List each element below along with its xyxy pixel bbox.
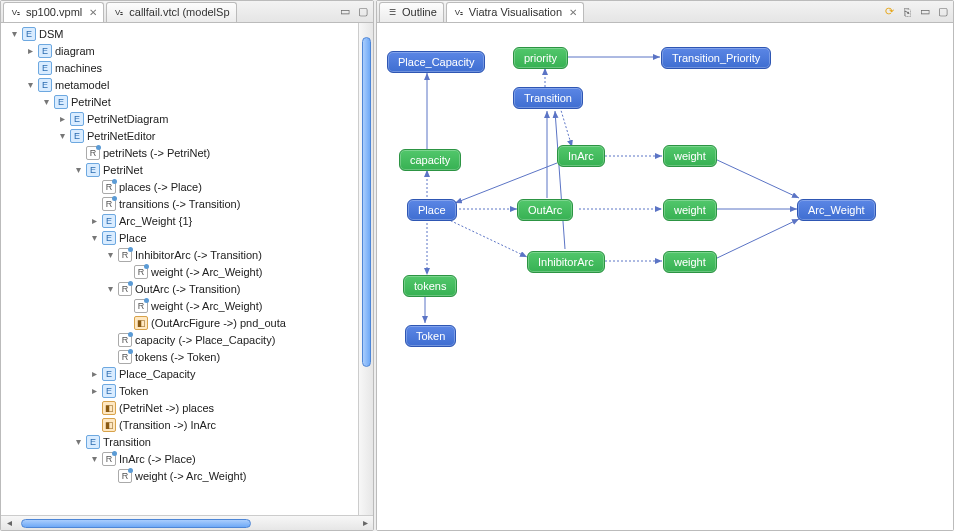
- tab-outline[interactable]: ☰ Outline: [379, 2, 444, 22]
- minimize-button[interactable]: ▭: [917, 4, 933, 20]
- tree-node-places-ref[interactable]: ▸ R places (-> Place): [89, 178, 373, 195]
- tree-node-place[interactable]: ▾ E Place: [89, 229, 373, 246]
- collapse-icon[interactable]: ▾: [73, 437, 83, 447]
- graph-node-arc-weight[interactable]: Arc_Weight: [797, 199, 876, 221]
- entity-icon: E: [70, 129, 84, 143]
- reference-icon: R: [134, 265, 148, 279]
- graph-node-inarc[interactable]: InArc: [557, 145, 605, 167]
- graph-node-priority[interactable]: priority: [513, 47, 568, 69]
- graph-node-weight-inarc[interactable]: weight: [663, 145, 717, 167]
- tree-node-transition[interactable]: ▾ E Transition: [73, 433, 373, 450]
- tree-node-petrinetdiagram[interactable]: ▸ E PetriNetDiagram: [57, 110, 373, 127]
- expand-icon[interactable]: ▸: [89, 369, 99, 379]
- collapse-icon[interactable]: ▾: [41, 97, 51, 107]
- scrollbar-thumb[interactable]: [362, 37, 371, 367]
- tree-node-dsm[interactable]: ▾ E DSM: [9, 25, 373, 42]
- tree-node-diagram[interactable]: ▸ E diagram: [25, 42, 373, 59]
- tree-node-petrinet[interactable]: ▾ E PetriNet: [73, 161, 373, 178]
- expand-icon[interactable]: ▸: [57, 114, 67, 124]
- reference-icon: R: [102, 180, 116, 194]
- tab-callfail-vtcl[interactable]: V₂ callfail.vtcl (modelSp: [106, 2, 236, 22]
- tree-node-transition-inarc[interactable]: ▸ ◧ (Transition ->) InArc: [89, 416, 373, 433]
- visualisation-panel: ☰ Outline V₂ Viatra Visualisation ✕ ⟳ ⎘ …: [376, 0, 954, 531]
- close-icon[interactable]: ✕: [89, 7, 97, 18]
- collapse-icon[interactable]: ▾: [105, 250, 115, 260]
- tree-node-arc-weight[interactable]: ▸ E Arc_Weight {1}: [89, 212, 373, 229]
- graph-node-outarc[interactable]: OutArc: [517, 199, 573, 221]
- tree-node-token[interactable]: ▸ E Token: [89, 382, 373, 399]
- graph-node-place[interactable]: Place: [407, 199, 457, 221]
- reference-icon: R: [118, 469, 132, 483]
- entity-icon: E: [102, 231, 116, 245]
- collapse-icon[interactable]: ▾: [25, 80, 35, 90]
- graph-node-transition-priority[interactable]: Transition_Priority: [661, 47, 771, 69]
- reference-icon: R: [118, 282, 132, 296]
- collapse-icon[interactable]: ▾: [9, 29, 19, 39]
- tab-label: Outline: [402, 6, 437, 18]
- tree-node-petrinet-top[interactable]: ▾ E PetriNet: [41, 93, 373, 110]
- collapse-icon[interactable]: ▾: [105, 284, 115, 294]
- entity-icon: E: [102, 384, 116, 398]
- tab-viatra-visualisation[interactable]: V₂ Viatra Visualisation ✕: [446, 2, 584, 22]
- tab-sp100-vpml[interactable]: V₂ sp100.vpml ✕: [3, 2, 104, 22]
- svg-line-15: [555, 111, 565, 249]
- reference-icon: R: [86, 146, 100, 160]
- scrollbar-thumb[interactable]: [21, 519, 251, 528]
- tree-node-outarc[interactable]: ▾ R OutArc (-> Transition): [105, 280, 373, 297]
- tree-node-inhibitorarc[interactable]: ▾ R InhibitorArc (-> Transition): [105, 246, 373, 263]
- graph-canvas[interactable]: Place_Capacity priority Transition_Prior…: [377, 23, 953, 530]
- tree-node-outarcfigure[interactable]: ▸ ◧ (OutArcFigure ->) pnd_outa: [121, 314, 373, 331]
- tree-node-inh-weight[interactable]: ▸ R weight (-> Arc_Weight): [121, 263, 373, 280]
- tree-node-petrinet-places[interactable]: ▸ ◧ (PetriNet ->) places: [89, 399, 373, 416]
- tree-node-transitions-ref[interactable]: ▸ R transitions (-> Transition): [89, 195, 373, 212]
- expand-icon[interactable]: ▸: [89, 216, 99, 226]
- reference-icon: R: [102, 452, 116, 466]
- scroll-left-icon[interactable]: ◂: [3, 517, 15, 528]
- editor-panel: V₂ sp100.vpml ✕ V₂ callfail.vtcl (modelS…: [0, 0, 374, 531]
- reference-icon: R: [134, 299, 148, 313]
- close-icon[interactable]: ✕: [569, 7, 577, 18]
- graph-node-inhibitorarc[interactable]: InhibitorArc: [527, 251, 605, 273]
- entity-icon: E: [54, 95, 68, 109]
- tree-node-petrinets-ref[interactable]: ▸ R petriNets (-> PetriNet): [73, 144, 373, 161]
- graph-node-tokens[interactable]: tokens: [403, 275, 457, 297]
- expand-icon[interactable]: ▸: [89, 386, 99, 396]
- collapse-icon[interactable]: ▾: [89, 233, 99, 243]
- collapse-icon[interactable]: ▾: [73, 165, 83, 175]
- tree-node-machines[interactable]: ▸ E machines: [25, 59, 373, 76]
- maximize-button[interactable]: ▢: [355, 4, 371, 20]
- vertical-scrollbar[interactable]: [358, 23, 373, 515]
- collapse-icon[interactable]: ▾: [57, 131, 67, 141]
- view-tab-bar: ☰ Outline V₂ Viatra Visualisation ✕ ⟳ ⎘ …: [377, 1, 953, 23]
- file-icon: V₂: [10, 6, 22, 18]
- graph-node-weight-inhibitor[interactable]: weight: [663, 251, 717, 273]
- tree-node-inarc[interactable]: ▾ R InArc (-> Place): [89, 450, 373, 467]
- refresh-button[interactable]: ⟳: [881, 4, 897, 20]
- outline-icon: ☰: [386, 6, 398, 18]
- expand-icon[interactable]: ▸: [25, 46, 35, 56]
- scroll-right-icon[interactable]: ▸: [359, 517, 371, 528]
- horizontal-scrollbar[interactable]: ◂ ▸: [1, 515, 373, 530]
- tree-node-metamodel[interactable]: ▾ E metamodel: [25, 76, 373, 93]
- maximize-button[interactable]: ▢: [935, 4, 951, 20]
- graph-node-token[interactable]: Token: [405, 325, 456, 347]
- tree-node-tokens[interactable]: ▸ R tokens (-> Token): [105, 348, 373, 365]
- tree-node-petrineteditor[interactable]: ▾ E PetriNetEditor: [57, 127, 373, 144]
- export-button[interactable]: ⎘: [899, 4, 915, 20]
- entity-icon: E: [86, 435, 100, 449]
- svg-line-14: [447, 219, 527, 257]
- graph-node-place-capacity[interactable]: Place_Capacity: [387, 51, 485, 73]
- tree-node-inarc-weight[interactable]: ▸ R weight (-> Arc_Weight): [105, 467, 373, 484]
- tree-node-out-weight[interactable]: ▸ R weight (-> Arc_Weight): [121, 297, 373, 314]
- collapse-icon[interactable]: ▾: [89, 454, 99, 464]
- graph-node-weight-outarc[interactable]: weight: [663, 199, 717, 221]
- tree-node-place-capacity[interactable]: ▸ E Place_Capacity: [89, 365, 373, 382]
- reference-icon: R: [118, 333, 132, 347]
- minimize-button[interactable]: ▭: [337, 4, 353, 20]
- svg-line-17: [715, 219, 799, 259]
- tree-view[interactable]: ▾ E DSM ▸ E diagram ▸ E machine: [1, 23, 373, 515]
- graph-node-capacity[interactable]: capacity: [399, 149, 461, 171]
- graph-node-transition[interactable]: Transition: [513, 87, 583, 109]
- reference-icon: R: [102, 197, 116, 211]
- tree-node-capacity[interactable]: ▸ R capacity (-> Place_Capacity): [105, 331, 373, 348]
